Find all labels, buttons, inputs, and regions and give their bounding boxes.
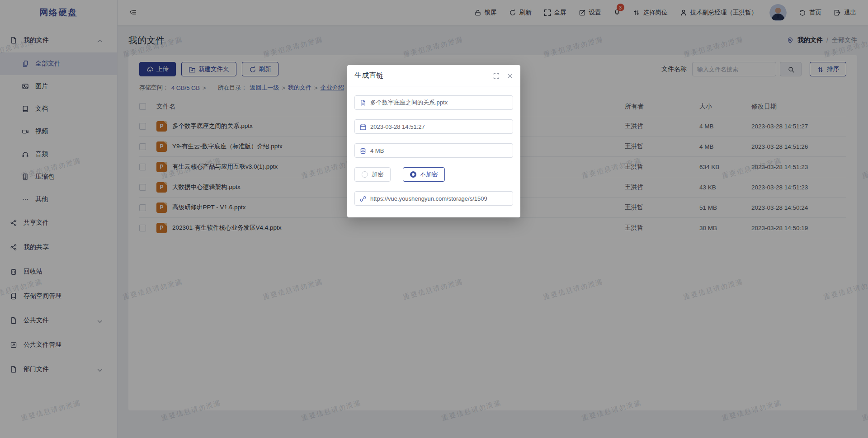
close-icon[interactable] bbox=[506, 72, 513, 79]
no-encrypt-label: 不加密 bbox=[420, 170, 438, 179]
dialog-header: 生成直链 bbox=[347, 65, 520, 86]
dialog-tools bbox=[493, 72, 513, 79]
link-file-name: 多个数字底座之间的关系.pptx bbox=[370, 99, 448, 107]
encrypt-label: 加密 bbox=[372, 170, 383, 179]
radio-checked-icon bbox=[410, 171, 416, 178]
link-size-field[interactable]: 4 MB bbox=[354, 143, 513, 158]
link-date: 2023-03-28 14:51:27 bbox=[370, 123, 425, 130]
calendar-icon bbox=[359, 123, 366, 130]
direct-link-field[interactable]: https://vue.youshengyun.com/storage/s/15… bbox=[354, 191, 513, 206]
no-encrypt-radio-option[interactable]: 不加密 bbox=[403, 167, 445, 182]
dialog-title: 生成直链 bbox=[354, 71, 493, 80]
encrypt-radio-option[interactable]: 加密 bbox=[354, 167, 391, 182]
expand-icon[interactable] bbox=[493, 72, 500, 79]
link-date-field[interactable]: 2023-03-28 14:51:27 bbox=[354, 119, 513, 134]
generate-link-dialog: 生成直链 多个数字底座之间的关系.pptx 2023-03-28 14:51:2… bbox=[347, 65, 520, 217]
link-icon bbox=[359, 195, 366, 202]
link-file-name-field[interactable]: 多个数字底座之间的关系.pptx bbox=[354, 95, 513, 110]
radio-unchecked-icon bbox=[362, 171, 368, 178]
encryption-options: 加密 不加密 bbox=[354, 167, 513, 182]
database-icon bbox=[359, 147, 366, 154]
dialog-body: 多个数字底座之间的关系.pptx 2023-03-28 14:51:27 4 M… bbox=[347, 86, 520, 217]
file-icon bbox=[359, 99, 366, 106]
direct-link-url: https://vue.youshengyun.com/storage/s/15… bbox=[370, 195, 487, 202]
link-size: 4 MB bbox=[370, 147, 384, 154]
